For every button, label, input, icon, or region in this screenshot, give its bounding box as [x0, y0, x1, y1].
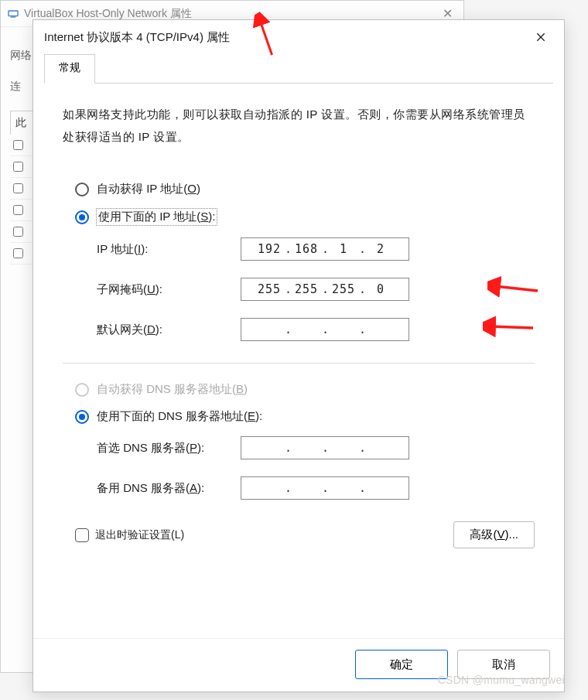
ipv4-properties-dialog: Internet 协议版本 4 (TCP/IPv4) 属性 常规 如果网络支持此… [32, 19, 565, 692]
dns-settings-group: 自动获得 DNS 服务器地址(B) 使用下面的 DNS 服务器地址(E): 首选… [75, 382, 535, 500]
parent-item-checkbox[interactable] [13, 227, 23, 237]
parent-item-checkbox[interactable] [13, 248, 23, 258]
radio-manual-dns[interactable]: 使用下面的 DNS 服务器地址(E): [75, 409, 535, 424]
parent-item-checkbox[interactable] [13, 140, 23, 150]
radio-icon [75, 183, 89, 196]
ok-button[interactable]: 确定 [355, 650, 448, 679]
tab-general[interactable]: 常规 [44, 54, 95, 84]
field-ip-address: IP 地址(I): 192. 168. 1. 2 [97, 237, 535, 261]
parent-item-checkbox[interactable] [13, 162, 23, 172]
checkbox-icon [75, 528, 89, 542]
mask-label: 子网掩码(U): [97, 282, 241, 297]
radio-manual-dns-label: 使用下面的 DNS 服务器地址(E): [97, 409, 262, 424]
field-preferred-dns: 首选 DNS 服务器(P): . . . [97, 436, 535, 459]
radio-icon [75, 410, 89, 424]
tab-strip: 常规 [44, 54, 553, 84]
dialog-close-button[interactable] [527, 23, 555, 51]
bottom-options: 退出时验证设置(L) 高级(V)... [75, 521, 535, 548]
dialog-title-bar: Internet 协议版本 4 (TCP/IPv4) 属性 [33, 20, 564, 54]
preferred-dns-input[interactable]: . . . [241, 436, 409, 459]
group-divider [63, 363, 535, 364]
validate-on-exit-checkbox[interactable]: 退出时验证设置(L) [75, 528, 184, 542]
advanced-button[interactable]: 高级(V)... [453, 521, 535, 548]
radio-auto-ip[interactable]: 自动获得 IP 地址(O) [75, 182, 535, 196]
radio-manual-ip[interactable]: 使用下面的 IP 地址(S): [75, 209, 535, 225]
adapter-icon [7, 8, 19, 20]
svg-rect-0 [9, 11, 18, 16]
ip-label: IP 地址(I): [97, 242, 241, 257]
dialog-content: 如果网络支持此功能，则可以获取自动指派的 IP 设置。否则，你需要从网络系统管理… [33, 84, 564, 638]
radio-auto-ip-label: 自动获得 IP 地址(O) [97, 182, 200, 196]
gateway-label: 默认网关(D): [97, 323, 241, 337]
radio-auto-dns: 自动获得 DNS 服务器地址(B) [75, 382, 535, 397]
parent-window-title: VirtualBox Host-Only Network 属性 [24, 7, 438, 21]
radio-icon [75, 383, 89, 397]
description-text: 如果网络支持此功能，则可以获取自动指派的 IP 设置。否则，你需要从网络系统管理… [63, 104, 535, 148]
field-subnet-mask: 子网掩码(U): 255. 255. 255. 0 [97, 278, 535, 301]
radio-icon [75, 210, 89, 224]
field-alternate-dns: 备用 DNS 服务器(A): . . . [97, 476, 535, 500]
watermark: CSDN @mumu_wangwei [438, 674, 565, 686]
default-gateway-input[interactable]: . . . [241, 318, 409, 341]
ip-settings-group: 自动获得 IP 地址(O) 使用下面的 IP 地址(S): IP 地址(I): … [75, 182, 535, 341]
dialog-title: Internet 协议版本 4 (TCP/IPv4) 属性 [44, 30, 527, 45]
parent-item-checkbox[interactable] [13, 183, 23, 193]
dns1-label: 首选 DNS 服务器(P): [97, 441, 241, 456]
radio-auto-dns-label: 自动获得 DNS 服务器地址(B) [97, 382, 248, 397]
validate-on-exit-label: 退出时验证设置(L) [95, 528, 184, 542]
radio-manual-ip-label: 使用下面的 IP 地址(S): [97, 209, 217, 225]
tabs-area: 常规 [33, 54, 564, 84]
field-default-gateway: 默认网关(D): . . . [97, 318, 535, 341]
ip-address-input[interactable]: 192. 168. 1. 2 [241, 237, 409, 261]
subnet-mask-input[interactable]: 255. 255. 255. 0 [241, 278, 409, 301]
dns2-label: 备用 DNS 服务器(A): [97, 481, 241, 496]
parent-item-checkbox[interactable] [13, 205, 23, 215]
alternate-dns-input[interactable]: . . . [241, 476, 409, 500]
